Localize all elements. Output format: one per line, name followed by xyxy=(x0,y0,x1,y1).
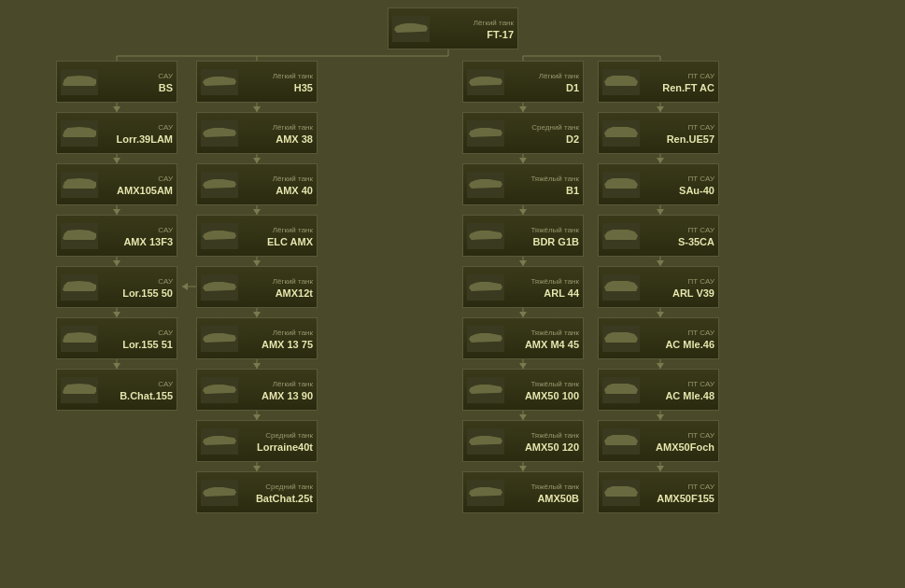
tank-col4-5[interactable]: VIIПТ САУ AC Mle.46 xyxy=(598,317,719,359)
tank-col1-5[interactable]: VIIСАУ Lor.155 51 xyxy=(56,317,177,359)
tank-icon xyxy=(602,274,640,301)
tank-col3-6[interactable]: VIIIТяжёлый танк AMX50 100 xyxy=(462,369,584,411)
tank-col2-2[interactable]: IVЛёгкий танк AMX 40 xyxy=(196,163,318,205)
tank-icon xyxy=(201,120,238,147)
tank-col2-4[interactable]: VIЛёгкий танк AMX12t xyxy=(196,266,318,308)
svg-marker-22 xyxy=(182,283,188,290)
tank-icon xyxy=(61,172,98,198)
tank-icon xyxy=(467,480,504,506)
tank-icon xyxy=(467,428,504,455)
tech-tree: I Лёгкий танк FT-17 IIСАУ BS IIIСАУ Lorr… xyxy=(0,0,905,588)
tank-col3-0[interactable]: IIЛёгкий танк D1 xyxy=(462,61,584,103)
tank-icon xyxy=(61,274,98,301)
tank-icon xyxy=(602,120,640,147)
tank-icon xyxy=(201,480,238,506)
tank-col2-5[interactable]: VIIЛёгкий танк AMX 13 75 xyxy=(196,317,318,359)
tank-col1-4[interactable]: VIСАУ Lor.155 50 xyxy=(56,266,177,308)
tank-col2-6[interactable]: VIIIЛёгкий танк AMX 13 90 xyxy=(196,369,318,411)
tank-col1-0[interactable]: IIСАУ BS xyxy=(56,61,177,103)
tank-icon xyxy=(602,69,640,95)
tank-col4-6[interactable]: VIIIПТ САУ AC Mle.48 xyxy=(598,369,719,411)
tank-col2-7[interactable]: IXСредний танк Lorraine40t xyxy=(196,420,318,462)
tank-icon xyxy=(602,223,640,249)
tank-col3-8[interactable]: XТяжёлый танк AMX50B xyxy=(462,471,584,513)
tank-col2-8[interactable]: XСредний танк BatChat.25t xyxy=(196,471,318,513)
tank-icon xyxy=(602,480,640,506)
tank-col3-5[interactable]: VIIТяжёлый танк AMX M4 45 xyxy=(462,317,584,359)
tank-icon xyxy=(201,172,238,198)
tank-col3-3[interactable]: VТяжёлый танк BDR G1B xyxy=(462,215,584,257)
type-root: Лёгкий танк xyxy=(474,19,514,27)
tank-icon xyxy=(201,326,238,352)
tank-col1-1[interactable]: IIIСАУ Lorr.39LAM xyxy=(56,112,177,154)
tank-col1-2[interactable]: IVСАУ AMX105AM xyxy=(56,163,177,205)
tank-col3-1[interactable]: IIIСредний танк D2 xyxy=(462,112,584,154)
tank-col4-3[interactable]: VПТ САУ S-35CA xyxy=(598,215,719,257)
tank-col4-0[interactable]: IIПТ САУ Ren.FT AC xyxy=(598,61,719,103)
tank-icon xyxy=(467,223,504,249)
tank-col2-1[interactable]: IIIЛёгкий танк AMX 38 xyxy=(196,112,318,154)
tank-icon xyxy=(602,326,640,352)
tank-icon xyxy=(602,428,640,455)
tank-col4-8[interactable]: XПТ САУ AMX50F155 xyxy=(598,471,719,513)
tank-col3-4[interactable]: VIТяжёлый танк ARL 44 xyxy=(462,266,584,308)
tank-icon xyxy=(467,172,504,198)
tank-icon xyxy=(467,120,504,147)
tank-icon xyxy=(201,223,238,249)
tank-icon xyxy=(602,172,640,198)
tank-col1-6[interactable]: VIIIСАУ B.Chat.155 xyxy=(56,369,177,411)
tank-icon xyxy=(467,377,504,403)
tank-icon xyxy=(61,120,98,147)
tank-col3-2[interactable]: IVТяжёлый танк B1 xyxy=(462,163,584,205)
tank-icon xyxy=(602,377,640,403)
tank-icon xyxy=(61,223,98,249)
tank-col4-2[interactable]: IVПТ САУ SAu-40 xyxy=(598,163,719,205)
tank-root[interactable]: I Лёгкий танк FT-17 xyxy=(388,7,518,49)
tank-col4-1[interactable]: IIIПТ САУ Ren.UE57 xyxy=(598,112,719,154)
tank-icon xyxy=(467,274,504,301)
tank-icon xyxy=(61,326,98,352)
tank-icon xyxy=(61,69,98,95)
tank-icon xyxy=(201,69,238,95)
tank-col3-7[interactable]: IXТяжёлый танк AMX50 120 xyxy=(462,420,584,462)
tank-col1-3[interactable]: VСАУ AMX 13F3 xyxy=(56,215,177,257)
tank-icon xyxy=(201,377,238,403)
tank-icon-root xyxy=(392,16,430,42)
tank-icon xyxy=(201,274,238,301)
tank-col4-4[interactable]: VIПТ САУ ARL V39 xyxy=(598,266,719,308)
tank-col2-3[interactable]: VЛёгкий танк ELC AMX xyxy=(196,215,318,257)
tank-col4-7[interactable]: IXПТ САУ AMX50Foch xyxy=(598,420,719,462)
tank-icon xyxy=(201,428,238,455)
tank-icon xyxy=(467,326,504,352)
tank-icon xyxy=(467,69,504,95)
tank-icon xyxy=(61,377,98,403)
tank-col2-0[interactable]: IIЛёгкий танк H35 xyxy=(196,61,318,103)
